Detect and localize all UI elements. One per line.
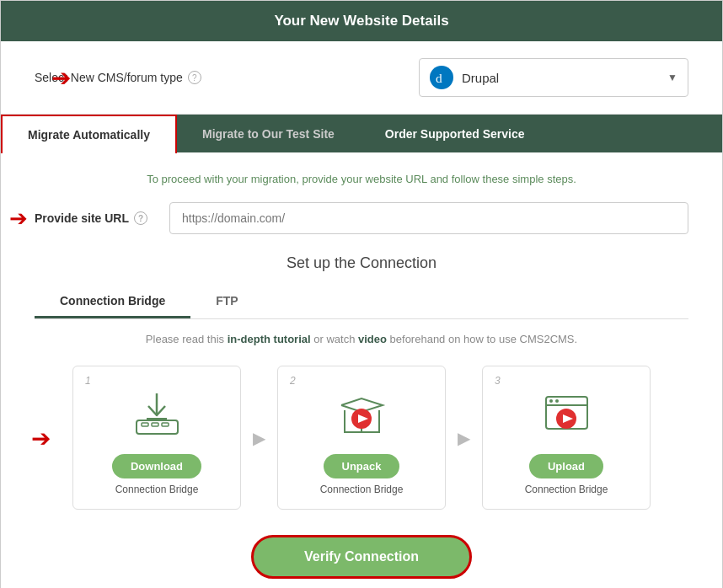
upload-icon-area: [496, 380, 636, 447]
steps-row: ➔ 1 Download Connection Bridge: [35, 366, 688, 510]
step-arrow-2: ▶: [458, 428, 470, 448]
conn-tab-ftp[interactable]: FTP: [190, 286, 263, 318]
chevron-down-icon: ▼: [667, 72, 677, 83]
svg-point-13: [549, 399, 553, 403]
header-title: Your New Website Details: [274, 13, 448, 29]
verify-connection-button[interactable]: Verify Connection: [251, 535, 472, 579]
upload-button[interactable]: Upload: [529, 454, 603, 478]
download-icon-area: [87, 380, 227, 447]
download-button[interactable]: Download: [112, 454, 201, 478]
red-arrow-url: ➔: [9, 206, 28, 232]
unpack-icon-area: [292, 380, 431, 447]
svg-rect-4: [152, 423, 158, 426]
tab-order-service[interactable]: Order Supported Service: [360, 115, 550, 152]
cms-help-icon[interactable]: ?: [188, 71, 201, 84]
unpack-button[interactable]: Unpack: [324, 454, 400, 478]
upload-icon: [539, 387, 594, 441]
download-sub: Connection Bridge: [87, 484, 227, 495]
step-card-upload: 3 Upload Connection Bridge: [482, 366, 651, 510]
red-arrow-download: ➔: [31, 424, 51, 452]
page-header: Your New Website Details: [1, 1, 722, 41]
cms-select[interactable]: d Drupal ▼: [419, 58, 688, 97]
red-arrow-cms: ➔: [51, 64, 71, 92]
upload-sub: Connection Bridge: [496, 484, 636, 495]
url-label: Provide site URL ?: [35, 211, 169, 225]
tutorial-text: Please read this in-depth tutorial or wa…: [35, 333, 688, 345]
conn-tabs: Connection Bridge FTP: [35, 286, 688, 319]
drupal-icon: d: [430, 66, 453, 89]
unpack-sub: Connection Bridge: [292, 484, 431, 495]
main-content: To proceed with your migration, provide …: [1, 152, 722, 588]
instruction-text: To proceed with your migration, provide …: [35, 173, 688, 185]
cms-row: ➔ Select New CMS/forum type ? d Drupal ▼: [1, 41, 722, 115]
nav-tabs: Migrate Automatically Migrate to Our Tes…: [1, 115, 722, 152]
unpack-icon: [335, 387, 389, 441]
conn-tab-bridge[interactable]: Connection Bridge: [35, 286, 190, 318]
url-row: ➔ Provide site URL ?: [35, 202, 688, 234]
setup-title: Set up the Connection: [35, 254, 688, 272]
svg-text:d: d: [436, 71, 442, 85]
cms-selected-value: Drupal: [462, 71, 667, 85]
main-container: Your New Website Details ➔ Select New CM…: [0, 0, 723, 588]
step-card-unpack: 2 Unpack Connection Bridge: [277, 366, 446, 510]
svg-rect-3: [142, 423, 148, 426]
tutorial-link[interactable]: in-depth tutorial: [228, 333, 311, 345]
step-number-1: 1: [85, 375, 91, 387]
step-number-3: 3: [495, 375, 501, 387]
step-arrow-1: ▶: [253, 428, 265, 448]
step-card-download: ➔ 1 Download Connection Bridge: [72, 366, 241, 510]
url-help-icon[interactable]: ?: [134, 211, 147, 225]
arrow-cms: ➔: [51, 64, 71, 92]
svg-rect-5: [162, 423, 169, 426]
tab-migrate-test[interactable]: Migrate to Our Test Site: [177, 115, 360, 152]
download-icon: [130, 387, 185, 441]
svg-point-14: [555, 399, 559, 403]
tab-migrate-auto[interactable]: Migrate Automatically: [1, 115, 177, 153]
step-number-2: 2: [290, 375, 296, 387]
url-input[interactable]: [169, 202, 688, 234]
verify-row: Verify Connection: [35, 535, 688, 579]
video-link[interactable]: video: [358, 333, 387, 345]
